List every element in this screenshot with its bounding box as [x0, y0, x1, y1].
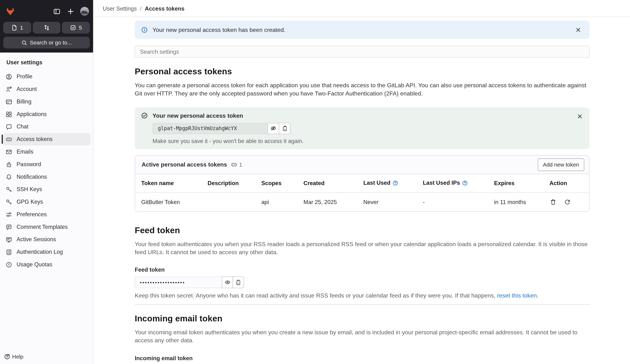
sidebar-item-password[interactable]: Password: [2, 158, 91, 171]
help-icon: [4, 354, 10, 360]
merge-requests-button[interactable]: [33, 22, 60, 33]
sidebar-item-emails[interactable]: Emails: [2, 146, 91, 158]
sidebar-item-applications[interactable]: Applications: [2, 108, 91, 120]
section-divider: [135, 304, 590, 305]
feed-token-note: Keep this token secret. Anyone who has i…: [135, 292, 590, 299]
bell-icon: [6, 174, 12, 180]
search-or-go-to-button[interactable]: Search or go to...: [3, 37, 90, 48]
col-token-name: Token name: [135, 174, 202, 192]
feed-token-group: ••••••••••••••••••: [135, 277, 590, 288]
new-token-alert: Your new personal access token glpat-Mpg…: [135, 107, 590, 149]
sidebar-item-access-tokens[interactable]: Access tokens: [2, 133, 91, 146]
sidebar-item-notifications[interactable]: Notifications: [2, 171, 91, 183]
breadcrumb-user-settings[interactable]: User Settings: [103, 5, 136, 11]
trash-icon: [550, 199, 556, 205]
log-list-icon: [6, 249, 12, 255]
sidebar-item-preferences[interactable]: Preferences: [2, 208, 91, 221]
sidebar-item-active-sessions[interactable]: Active Sessions: [2, 233, 91, 246]
active-tokens-count: 1: [239, 162, 242, 168]
info-icon: [141, 26, 148, 33]
breadcrumb: User Settings / Access tokens: [94, 0, 630, 17]
cell-created: Mar 25, 2025: [298, 192, 357, 211]
sidebar-item-gpg-keys[interactable]: GPG Keys: [2, 196, 91, 208]
personal-access-tokens-description: You can generate a personal access token…: [135, 81, 590, 98]
avatar[interactable]: [80, 7, 89, 16]
token-created-alert: Your new personal access token has been …: [135, 20, 590, 39]
sidebar-section-title: User settings: [0, 52, 93, 67]
sidebar-counts: 1 5: [3, 22, 90, 33]
lock-icon: [6, 161, 12, 168]
account-icon: [6, 86, 12, 92]
col-scopes: Scopes: [255, 174, 298, 192]
gitlab-logo-icon[interactable]: [5, 6, 15, 16]
sidebar-item-authentication-log[interactable]: Authentication Log: [2, 246, 91, 258]
sidebar-item-ssh-keys[interactable]: SSH Keys: [2, 183, 91, 196]
cell-token-name: GitButler Token: [135, 192, 202, 211]
alert-close-button[interactable]: [573, 25, 583, 34]
save-token-note: Make sure you save it - you won't be abl…: [152, 138, 583, 144]
new-token-alert-title: Your new personal access token: [152, 112, 243, 119]
breadcrumb-separator: /: [140, 5, 142, 11]
incoming-email-token-label: Incoming email token: [135, 355, 590, 361]
eye-slash-icon: [270, 125, 276, 131]
credit-card-icon: [6, 98, 12, 105]
new-token-alert-close-button[interactable]: [575, 111, 584, 121]
profile-icon: [6, 73, 12, 80]
last-used-help-icon[interactable]: [392, 180, 398, 187]
col-description: Description: [202, 174, 255, 192]
main-area: User Settings / Access tokens Your new p…: [94, 0, 630, 364]
breadcrumb-access-tokens: Access tokens: [145, 5, 184, 11]
col-expires: Expires: [488, 174, 543, 192]
feed-token-description: Your feed token authenticates you when y…: [135, 240, 590, 256]
sidebar-item-chat[interactable]: Chat: [2, 120, 91, 133]
chat-bubble-icon: [6, 124, 12, 130]
sidebar-item-comment-templates[interactable]: Comment Templates: [2, 221, 91, 233]
active-tokens-count-badge: 1: [231, 162, 242, 168]
feed-token-masked-input[interactable]: ••••••••••••••••••: [135, 277, 222, 288]
copy-token-button[interactable]: [279, 123, 290, 134]
eye-icon: [224, 279, 230, 285]
search-icon: [21, 40, 27, 45]
gauge-icon: [6, 261, 12, 268]
close-icon: [576, 27, 581, 33]
settings-content: Your new personal access token has been …: [135, 17, 590, 364]
gitlab-settings-app: 1 5 Search or go to... User settings: [0, 0, 630, 364]
sidebar-item-billing[interactable]: Billing: [2, 95, 91, 108]
last-used-ips-help-icon[interactable]: [462, 180, 468, 187]
incoming-email-token-description: Your incoming email token authenticates …: [135, 328, 590, 345]
sidebar-item-profile[interactable]: Profile: [2, 70, 91, 83]
new-plus-icon[interactable]: [66, 6, 75, 16]
sidebar: 1 5 Search or go to... User settings: [0, 0, 94, 364]
sidebar-item-account[interactable]: Account: [2, 83, 91, 95]
new-token-value[interactable]: glpat-MpgpRJUstVmUzahgWcYX: [152, 123, 268, 134]
reveal-feed-token-button[interactable]: [222, 277, 233, 288]
rotate-token-button[interactable]: [564, 198, 571, 205]
active-tokens-card: Active personal access tokens 1 Add new …: [135, 155, 590, 212]
sidebar-toggle-icon[interactable]: [52, 6, 62, 16]
help-button[interactable]: Help: [0, 349, 93, 364]
comment-lines-icon: [6, 224, 12, 230]
issues-count-button[interactable]: 1: [3, 22, 31, 33]
reset-feed-token-link[interactable]: reset this token.: [497, 292, 538, 299]
col-last-used-ips: Last Used IPs: [417, 174, 488, 192]
sidebar-item-usage-quotas[interactable]: Usage Quotas: [2, 258, 91, 271]
cell-last-used: Never: [357, 192, 417, 211]
alert-text: Your new personal access token has been …: [152, 26, 285, 33]
tokens-table: Token name Description Scopes Created La…: [135, 174, 589, 211]
token-icon: [231, 162, 237, 168]
close-icon: [577, 113, 582, 119]
refresh-icon: [564, 199, 570, 205]
copy-icon: [282, 126, 288, 131]
revoke-token-button[interactable]: [550, 198, 557, 205]
col-action: Action: [543, 174, 589, 192]
hide-token-button[interactable]: [268, 123, 279, 134]
add-new-token-button[interactable]: Add new token: [538, 158, 584, 171]
search-settings-input[interactable]: [135, 46, 590, 58]
check-circle-icon: [141, 112, 148, 119]
key-icon: [6, 186, 12, 192]
envelope-icon: [6, 149, 12, 155]
cell-action: [543, 192, 589, 211]
copy-feed-token-button[interactable]: [233, 277, 244, 288]
key-icon: [6, 198, 12, 205]
todos-count-button[interactable]: 5: [62, 22, 90, 33]
